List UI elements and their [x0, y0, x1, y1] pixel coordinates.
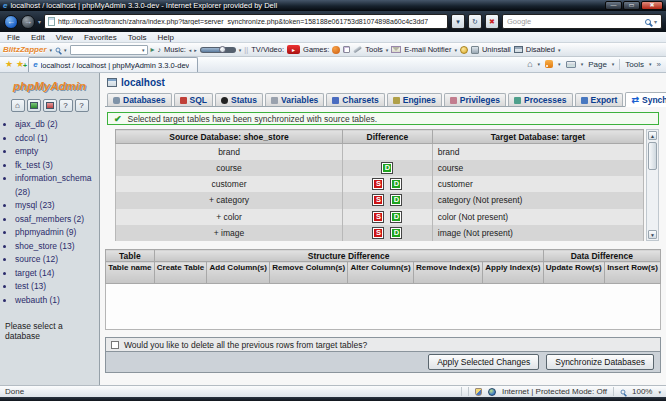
- sql-history-icon[interactable]: [43, 99, 57, 112]
- sidebar-item-shoe_store[interactable]: shoe_store (13): [15, 240, 96, 254]
- favorites-icon[interactable]: ★: [5, 60, 13, 69]
- scroll-thumb[interactable]: [648, 142, 657, 170]
- browser-tab[interactable]: e localhost / localhost | phpMyAdmin 3.3…: [28, 57, 198, 72]
- menu-file[interactable]: File: [7, 33, 20, 42]
- sidebar-item-test[interactable]: test (13): [15, 280, 96, 294]
- minimize-button[interactable]: —: [605, 1, 622, 10]
- diff-d-icon[interactable]: D: [390, 227, 402, 239]
- toolbar-search-icon[interactable]: [56, 47, 61, 52]
- tab-engines[interactable]: Engines: [387, 93, 442, 106]
- menu-edit[interactable]: Edit: [31, 33, 45, 42]
- scroll-down-icon[interactable]: ▼: [648, 230, 657, 239]
- add-favorite-icon[interactable]: ★: [16, 60, 24, 69]
- sidebar-item-source[interactable]: source (12): [15, 253, 96, 267]
- volume-caret-icon[interactable]: ▾: [239, 47, 242, 53]
- sidebar-item-osaf_members[interactable]: osaf_members (2): [15, 213, 96, 227]
- email-notifier-label[interactable]: E-mail Notifier: [404, 45, 451, 54]
- play-icon[interactable]: ▸: [151, 46, 155, 54]
- home-icon[interactable]: ⌂: [11, 99, 25, 112]
- synchronize-databases-button[interactable]: Synchronize Databases: [546, 354, 654, 370]
- sidebar-item-information_schema[interactable]: information_schema (28): [15, 172, 96, 199]
- email-caret-icon[interactable]: ▾: [454, 47, 457, 53]
- sync-scrollbar[interactable]: ▲ ▼: [646, 129, 659, 241]
- tab-databases[interactable]: Databases: [107, 93, 172, 106]
- tools-menu-label[interactable]: Tools: [365, 45, 383, 54]
- home-button-icon[interactable]: ⌂: [527, 60, 532, 69]
- print-icon[interactable]: [566, 61, 576, 68]
- maximize-button[interactable]: ▭: [623, 1, 640, 10]
- menu-view[interactable]: View: [56, 33, 73, 42]
- tab-export[interactable]: Export: [575, 93, 624, 106]
- tools-caret-icon[interactable]: ▾: [386, 47, 389, 53]
- delete-rows-checkbox[interactable]: [111, 341, 119, 349]
- search-caret-icon[interactable]: ▾: [654, 18, 657, 25]
- back-button[interactable]: ←: [4, 15, 18, 29]
- tab-status[interactable]: Status: [215, 93, 263, 106]
- phpmyadmin-logo[interactable]: phpMyAdmin: [3, 80, 96, 92]
- search-input[interactable]: Google ▾: [502, 14, 662, 29]
- url-field[interactable]: http://localhost/branch/zahra/index.php?…: [44, 14, 448, 29]
- mysql-docs-icon[interactable]: ?: [75, 99, 89, 112]
- tab-processes[interactable]: Processes: [508, 93, 573, 106]
- tab-synchronize[interactable]: Synchronize: [625, 92, 666, 107]
- toolbar-search-box[interactable]: ▾: [70, 45, 148, 55]
- diff-s-icon[interactable]: S: [372, 211, 384, 223]
- tab-sql[interactable]: SQL: [174, 93, 213, 106]
- apply-selected-changes-button[interactable]: Apply Selected Changes: [428, 354, 539, 370]
- menu-favorites[interactable]: Favorites: [84, 33, 117, 42]
- sidebar-item-phpmyadmin[interactable]: phpmyadmin (9): [15, 226, 96, 240]
- diff-d-icon[interactable]: D: [381, 162, 393, 174]
- sidebar-item-fk_test[interactable]: fk_test (3): [15, 159, 96, 173]
- phpmyadmin-docs-icon[interactable]: ?: [59, 99, 73, 112]
- url-dropdown-button[interactable]: ▾: [451, 14, 465, 29]
- sidebar-item-empty[interactable]: empty: [15, 145, 96, 159]
- target-table-cell: category (Not present): [432, 192, 643, 208]
- forward-button[interactable]: →: [21, 15, 35, 29]
- diff-s-icon[interactable]: S: [372, 178, 384, 190]
- sidebar-item-mysql[interactable]: mysql (23): [15, 199, 96, 213]
- sidebar-item-target[interactable]: target (14): [15, 267, 96, 281]
- query-window-icon[interactable]: [27, 99, 41, 112]
- stop-button[interactable]: ✖: [485, 14, 499, 29]
- lock-icon[interactable]: [460, 46, 468, 54]
- music-next-icon[interactable]: ▸: [194, 47, 197, 53]
- toolbar-brand[interactable]: BlitzZapper: [3, 45, 47, 54]
- page-menu[interactable]: Page: [588, 60, 607, 69]
- scroll-up-icon[interactable]: ▲: [648, 131, 657, 140]
- menu-tools[interactable]: Tools: [128, 33, 147, 42]
- music-prev-icon[interactable]: ◂: [189, 47, 192, 53]
- history-caret-icon[interactable]: ▾: [38, 18, 41, 25]
- sidebar-item-webauth[interactable]: webauth (1): [15, 294, 96, 308]
- games-label[interactable]: Games:: [303, 45, 329, 54]
- dice-icon[interactable]: [343, 46, 350, 53]
- diff-d-icon[interactable]: D: [390, 194, 402, 206]
- sidebar-item-ajax_db[interactable]: ajax_db (2): [15, 118, 96, 132]
- diff-d-icon[interactable]: D: [390, 211, 402, 223]
- feeds-icon[interactable]: [545, 60, 553, 68]
- toolbar-search-caret-icon[interactable]: ▾: [64, 47, 67, 53]
- uninstall-label[interactable]: Uninstall: [482, 45, 511, 54]
- overflow-chevron-icon[interactable]: »: [657, 60, 661, 69]
- search-icon[interactable]: [645, 19, 651, 25]
- close-button[interactable]: ✖: [641, 1, 663, 10]
- brand-caret-icon[interactable]: ▾: [50, 47, 53, 53]
- disabled-caret-icon[interactable]: ▾: [558, 47, 561, 53]
- tv-video-label[interactable]: TV/Video:: [251, 45, 284, 54]
- refresh-button[interactable]: ↻: [468, 14, 482, 29]
- sidebar-item-cdcol[interactable]: cdcol (1): [15, 132, 96, 146]
- zoom-caret-icon[interactable]: ▾: [658, 389, 661, 395]
- diff-s-icon[interactable]: S: [372, 194, 384, 206]
- youtube-icon[interactable]: ▸: [287, 45, 300, 54]
- diff-s-icon[interactable]: S: [372, 227, 384, 239]
- basketball-icon[interactable]: [332, 46, 340, 54]
- tab-charsets[interactable]: Charsets: [326, 93, 384, 106]
- zoom-icon[interactable]: [621, 389, 626, 394]
- tools-menu[interactable]: Tools: [625, 60, 644, 69]
- menu-help[interactable]: Help: [157, 33, 173, 42]
- tab-variables[interactable]: Variables: [265, 93, 324, 106]
- volume-slider[interactable]: [200, 47, 236, 53]
- tab-privileges[interactable]: Privileges: [444, 93, 506, 106]
- zoom-level[interactable]: 100%: [632, 387, 652, 396]
- diff-d-icon[interactable]: D: [390, 178, 402, 190]
- disabled-label[interactable]: Disabled: [526, 45, 555, 54]
